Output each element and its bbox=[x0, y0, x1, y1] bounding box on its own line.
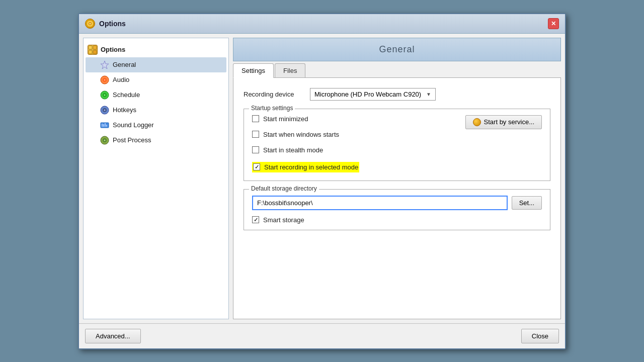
set-button[interactable]: Set... bbox=[512, 196, 542, 210]
soundlogger-label: Sound Logger bbox=[113, 121, 154, 129]
checkbox-smart-storage[interactable] bbox=[252, 216, 259, 223]
checkbox-start-recording[interactable] bbox=[253, 163, 260, 170]
svg-point-16 bbox=[104, 109, 106, 111]
startup-settings-title: Startup settings bbox=[249, 105, 295, 112]
title-bar-left: Options bbox=[85, 19, 126, 29]
sidebar-item-hotkeys[interactable]: Hotkeys bbox=[86, 103, 226, 118]
tab-settings[interactable]: Settings bbox=[233, 63, 274, 78]
schedule-icon bbox=[100, 90, 110, 100]
startup-checks: Start minimized Start when windows start… bbox=[252, 115, 359, 172]
checkbox-row-recording: Start recording in selected mode bbox=[252, 162, 359, 172]
label-start-recording: Start recording in selected mode bbox=[264, 163, 358, 171]
select-arrow-icon: ▼ bbox=[426, 92, 431, 97]
service-button[interactable]: Start by service... bbox=[465, 115, 542, 129]
checkbox-start-stealth[interactable] bbox=[252, 146, 259, 153]
hotkeys-icon bbox=[100, 105, 110, 115]
svg-rect-4 bbox=[93, 46, 97, 49]
svg-point-13 bbox=[104, 94, 106, 96]
label-start-windows: Start when windows starts bbox=[263, 131, 339, 138]
checkbox-row-minimized: Start minimized bbox=[252, 115, 359, 123]
svg-marker-7 bbox=[101, 61, 109, 69]
sidebar-item-general[interactable]: General bbox=[86, 57, 226, 72]
sidebar-item-options[interactable]: Options bbox=[86, 42, 226, 57]
recording-device-row: Recording device Microphone (HD Pro Webc… bbox=[244, 88, 550, 101]
storage-title: Default storage directory bbox=[249, 185, 319, 192]
svg-rect-3 bbox=[89, 46, 92, 49]
svg-rect-21 bbox=[106, 125, 107, 127]
startup-settings-group: Startup settings Start minimized bbox=[244, 109, 550, 181]
dialog-footer: Advanced... Close bbox=[79, 323, 565, 348]
sidebar-item-schedule[interactable]: Schedule bbox=[86, 87, 226, 103]
svg-rect-5 bbox=[89, 50, 92, 54]
postprocess-icon bbox=[100, 135, 110, 145]
close-dialog-button[interactable]: Close bbox=[521, 329, 559, 343]
sidebar: Options General Audio bbox=[83, 38, 229, 319]
checkbox-start-windows[interactable] bbox=[252, 131, 259, 138]
svg-rect-6 bbox=[93, 50, 97, 54]
checkbox-row-windows-starts: Start when windows starts bbox=[252, 131, 359, 138]
checkbox-row-stealth: Start in stealth mode bbox=[252, 146, 359, 154]
recording-device-select[interactable]: Microphone (HD Pro Webcam C920) ▼ bbox=[310, 88, 436, 101]
audio-label: Audio bbox=[113, 76, 129, 83]
general-icon bbox=[100, 60, 110, 70]
svg-rect-18 bbox=[102, 124, 103, 127]
schedule-label: Schedule bbox=[113, 91, 140, 99]
storage-input[interactable] bbox=[252, 196, 508, 210]
tab-files[interactable]: Files bbox=[275, 63, 305, 77]
close-button[interactable]: ✕ bbox=[548, 18, 559, 29]
service-btn-icon bbox=[473, 118, 481, 126]
main-content: General Settings Files Recording device … bbox=[233, 38, 561, 319]
sidebar-item-postprocess[interactable]: Post Process bbox=[86, 133, 226, 148]
startup-top: Start minimized Start when windows start… bbox=[252, 115, 542, 172]
dialog-body: Options General Audio bbox=[79, 34, 565, 323]
content-panel: Recording device Microphone (HD Pro Webc… bbox=[233, 78, 561, 319]
svg-point-10 bbox=[104, 79, 106, 80]
svg-rect-20 bbox=[105, 123, 106, 127]
general-label: General bbox=[113, 61, 136, 68]
recording-device-label: Recording device bbox=[244, 90, 304, 98]
label-start-stealth: Start in stealth mode bbox=[263, 146, 323, 154]
service-btn-label: Start by service... bbox=[484, 118, 534, 126]
title-bar: Options ✕ bbox=[79, 14, 565, 34]
tabs-bar: Settings Files bbox=[233, 63, 561, 78]
svg-point-2 bbox=[90, 23, 91, 24]
dialog-title: Options bbox=[99, 20, 126, 28]
options-dialog: Options ✕ Options bbox=[78, 13, 566, 349]
audio-icon bbox=[100, 75, 110, 85]
svg-rect-19 bbox=[103, 124, 104, 127]
options-label: Options bbox=[101, 46, 125, 53]
advanced-button[interactable]: Advanced... bbox=[85, 329, 141, 343]
section-header: General bbox=[233, 38, 561, 61]
hotkeys-label: Hotkeys bbox=[113, 106, 136, 114]
recording-device-value: Microphone (HD Pro Webcam C920) bbox=[314, 90, 421, 98]
options-icon bbox=[88, 45, 98, 55]
label-start-minimized: Start minimized bbox=[263, 115, 308, 123]
sidebar-item-soundlogger[interactable]: Sound Logger bbox=[86, 118, 226, 133]
svg-point-24 bbox=[104, 139, 106, 141]
sidebar-item-audio[interactable]: Audio bbox=[86, 72, 226, 87]
storage-row: Set... bbox=[252, 196, 542, 210]
dialog-icon bbox=[85, 19, 95, 29]
postprocess-label: Post Process bbox=[113, 136, 151, 144]
checkbox-start-minimized[interactable] bbox=[252, 115, 259, 122]
label-smart-storage: Smart storage bbox=[263, 216, 304, 224]
highlighted-recording-row: Start recording in selected mode bbox=[252, 162, 359, 172]
smart-storage-row: Smart storage bbox=[252, 216, 542, 224]
storage-group: Default storage directory Set... Smart s… bbox=[244, 189, 550, 230]
soundlogger-icon bbox=[100, 120, 110, 130]
